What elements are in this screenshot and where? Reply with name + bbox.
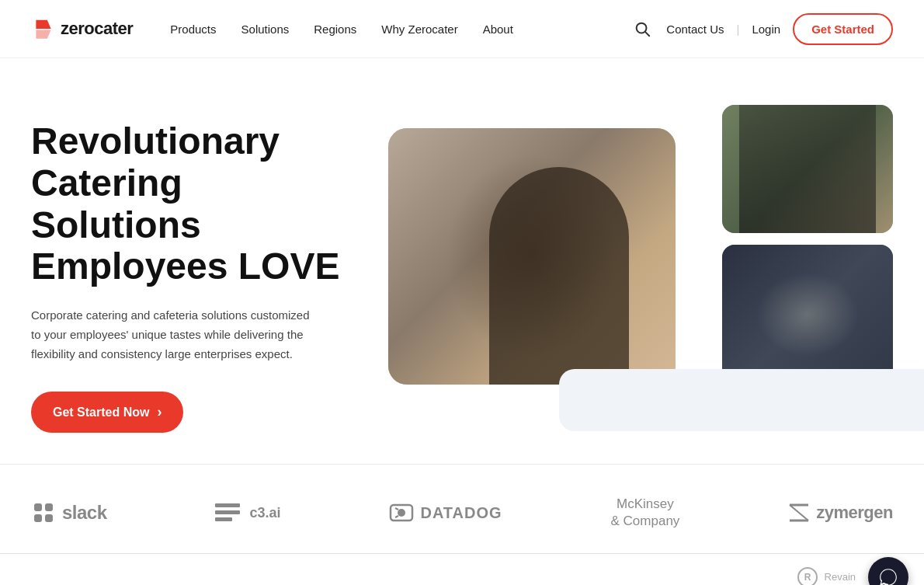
nav-why-zerocater[interactable]: Why Zerocater	[381, 23, 457, 36]
svg-rect-7	[45, 514, 53, 522]
nav-login[interactable]: Login	[752, 23, 780, 36]
hero-section: Revolutionary Catering Solutions Employe…	[0, 58, 924, 464]
hero-content: Revolutionary Catering Solutions Employe…	[31, 105, 357, 433]
nav-links: Products Solutions Regions Why Zerocater…	[170, 23, 630, 36]
svg-rect-6	[34, 514, 42, 522]
mckinsey-label: McKinsey& Company	[611, 496, 680, 530]
svg-line-3	[645, 32, 649, 36]
hero-main-image	[388, 128, 676, 385]
svg-rect-8	[215, 503, 240, 507]
datadog-label: DATADOG	[420, 504, 502, 522]
svg-rect-5	[45, 503, 53, 511]
client-datadog: DATADOG	[389, 500, 502, 525]
nav-get-started-button[interactable]: Get Started	[793, 13, 893, 45]
datadog-icon	[389, 500, 414, 525]
hero-title: Revolutionary Catering Solutions Employe…	[31, 120, 357, 287]
svg-marker-0	[36, 20, 50, 29]
search-button[interactable]	[630, 17, 654, 40]
client-slack: slack	[31, 500, 107, 525]
nav-solutions[interactable]: Solutions	[241, 23, 290, 36]
hero-cta-label: Get Started Now	[53, 406, 149, 420]
hero-images	[388, 105, 893, 431]
nav-about[interactable]: About	[483, 23, 513, 36]
chat-widget-button[interactable]	[868, 557, 908, 585]
svg-marker-1	[36, 30, 50, 39]
slack-icon	[31, 500, 56, 525]
svg-rect-10	[215, 517, 232, 521]
c3ai-label: c3.ai	[249, 505, 280, 521]
arrow-icon: ›	[157, 404, 162, 420]
client-zymergen: zymergen	[788, 502, 893, 524]
slack-label: slack	[62, 502, 107, 524]
navbar: zerocater Products Solutions Regions Why…	[0, 0, 924, 58]
nav-products[interactable]: Products	[170, 23, 216, 36]
svg-rect-9	[215, 510, 240, 514]
logo-text: zerocater	[61, 19, 133, 39]
nav-contact[interactable]: Contact Us	[666, 23, 724, 36]
c3ai-icon	[215, 502, 243, 524]
hero-bottom-right-image	[722, 245, 893, 385]
svg-line-16	[790, 505, 808, 521]
svg-line-14	[395, 516, 398, 517]
svg-line-13	[395, 508, 398, 510]
hero-cta-button[interactable]: Get Started Now ›	[31, 392, 183, 433]
nav-right: Contact Us | Login Get Started	[630, 13, 893, 45]
footer-bar: R Revain	[0, 553, 924, 585]
revain-widget: R Revain	[797, 566, 856, 585]
zymergen-label: zymergen	[816, 503, 893, 523]
revain-label: Revain	[825, 571, 856, 583]
nav-regions[interactable]: Regions	[314, 23, 356, 36]
hero-background-card	[559, 369, 924, 431]
nav-divider: |	[737, 23, 740, 36]
svg-text:R: R	[804, 572, 811, 583]
svg-point-12	[398, 509, 405, 517]
zymergen-icon	[788, 502, 810, 524]
hero-description: Corporate catering and cafeteria solutio…	[31, 306, 311, 364]
hero-top-right-image	[722, 105, 893, 233]
svg-rect-4	[34, 503, 42, 511]
client-mckinsey: McKinsey& Company	[611, 496, 680, 530]
logo[interactable]: zerocater	[31, 16, 133, 41]
clients-section: slack c3.ai DATADOG McKinsey& Company	[0, 464, 924, 553]
client-c3ai: c3.ai	[215, 502, 280, 524]
